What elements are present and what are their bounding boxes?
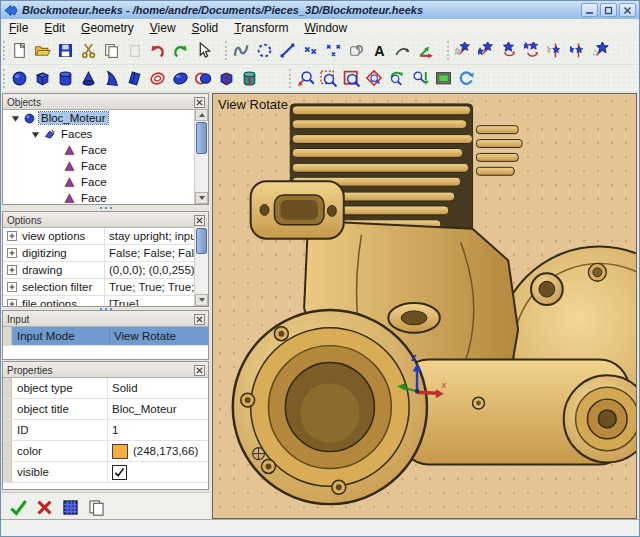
visible-checkbox[interactable] [112,465,127,480]
circle-points-button[interactable] [253,40,276,62]
coordinate-system-button[interactable] [414,40,437,62]
tree-item-face[interactable]: Face [3,158,208,174]
menu-geometry[interactable]: Geometry [73,20,142,36]
move-translate-button[interactable] [452,40,475,62]
text-button[interactable]: A [368,40,391,62]
view-rotate-tool-button[interactable] [386,68,409,90]
cone-button[interactable] [77,68,100,90]
coordinate-system-icon [417,42,434,59]
fillet-button[interactable] [215,68,238,90]
mirror-button[interactable] [544,40,567,62]
options-panel-close-button[interactable] [194,215,205,226]
title-bar[interactable]: Blockmoteur.heeks - /home/andre/Document… [1,1,639,19]
subtract-button[interactable] [192,68,215,90]
property-row-object-type[interactable]: object typeSolid [3,378,208,399]
expander-icon[interactable] [9,114,22,123]
expand-plus-icon[interactable] [3,265,20,275]
option-row-selection-filter[interactable]: selection filterTrue; True; True; T [3,279,194,296]
menu-edit[interactable]: Edit [36,20,73,36]
close-button[interactable] [619,3,636,17]
save-button[interactable] [54,40,77,62]
property-row-visible[interactable]: visible [3,462,208,483]
option-row-file-options[interactable]: file options[True] [3,296,194,307]
expand-plus-icon[interactable] [3,299,20,307]
paste-button[interactable] [123,40,146,62]
scroll-up-button[interactable] [195,109,208,121]
loft-button[interactable] [100,68,123,90]
cut-button[interactable] [77,40,100,62]
zoom-square-button[interactable] [340,68,363,90]
redo-button[interactable] [169,40,192,62]
property-row-color[interactable]: color(248,173,66) [3,441,208,462]
tree-item-bloc_moteur[interactable]: Bloc_Moteur [3,110,208,126]
zoom-window-button[interactable] [317,68,340,90]
objects-scrollbar[interactable] [194,109,208,204]
expand-plus-icon[interactable] [3,231,20,241]
view-pan-button[interactable] [409,68,432,90]
sphere-button[interactable] [8,68,31,90]
convert-sketch-button[interactable] [345,40,368,62]
input-panel-close-button[interactable] [194,314,205,325]
zoom-extents-button[interactable] [294,68,317,90]
maximize-button[interactable] [600,3,617,17]
points-set-button[interactable] [322,40,345,62]
axis-z-label: Z [411,353,417,363]
symmetry-button[interactable] [567,40,590,62]
section-ring-button[interactable] [146,68,169,90]
copy-object-button[interactable] [83,495,109,519]
copy-rotate-button[interactable] [521,40,544,62]
property-row-id[interactable]: ID1 [3,420,208,441]
expand-plus-icon[interactable] [3,248,20,258]
input-panel: Input Input ModeView Rotate [2,310,209,360]
menu-transform[interactable]: Transform [226,20,296,36]
option-row-view-options[interactable]: view optionsstay upright; input r [3,228,194,245]
expander-icon[interactable] [29,130,42,139]
undo-button[interactable] [146,40,169,62]
extrude-button[interactable] [123,68,146,90]
dimension-button[interactable] [391,40,414,62]
copy-button[interactable] [100,40,123,62]
scroll-down-button[interactable] [195,294,208,306]
tree-item-face[interactable]: Face [3,142,208,158]
menu-view[interactable]: View [142,20,184,36]
property-row-object-title[interactable]: object titleBloc_Moteur [3,399,208,420]
properties-panel-close-button[interactable] [194,365,205,376]
select-button[interactable] [192,40,215,62]
cancel-button[interactable] [31,495,57,519]
objects-panel-close-button[interactable] [194,97,205,108]
menu-file[interactable]: File [1,20,36,36]
tree-item-faces[interactable]: Faces [3,126,208,142]
points-button[interactable] [299,40,322,62]
minimize-button[interactable] [581,3,598,17]
scrollbar-thumb[interactable] [196,228,207,254]
new-button[interactable] [8,40,31,62]
chamfer-button[interactable] [238,68,261,90]
tree-item-face[interactable]: Face [3,190,208,205]
expand-plus-icon[interactable] [3,282,20,292]
options-scrollbar[interactable] [194,227,208,306]
ellipsoid-button[interactable] [169,68,192,90]
rotate-button[interactable] [498,40,521,62]
redraw-button[interactable] [455,68,478,90]
open-button[interactable] [31,40,54,62]
confirm-button[interactable] [5,495,31,519]
viewport-3d[interactable]: View Rotate [212,93,637,519]
fullscreen-button[interactable] [432,68,455,90]
grid-box-button[interactable] [57,495,83,519]
option-row-digitizing[interactable]: digitizingFalse; False; False [3,245,194,262]
menu-window[interactable]: Window [297,20,356,36]
menu-solid[interactable]: Solid [184,20,227,36]
option-row-drawing[interactable]: drawing(0,0,0); (0,0,255); [3,262,194,279]
cube-button[interactable] [31,68,54,90]
scroll-down-button[interactable] [195,192,208,204]
line-button[interactable] [276,40,299,62]
input-row-input-mode[interactable]: Input ModeView Rotate [3,327,208,346]
zoom-diamond-button[interactable] [363,68,386,90]
sketch-button[interactable] [230,40,253,62]
scrollbar-thumb[interactable] [196,122,207,154]
cylinder-button[interactable] [54,68,77,90]
scale-button[interactable] [590,40,613,62]
color-swatch[interactable] [112,444,128,459]
copy-translate-button[interactable] [475,40,498,62]
tree-item-face[interactable]: Face [3,174,208,190]
